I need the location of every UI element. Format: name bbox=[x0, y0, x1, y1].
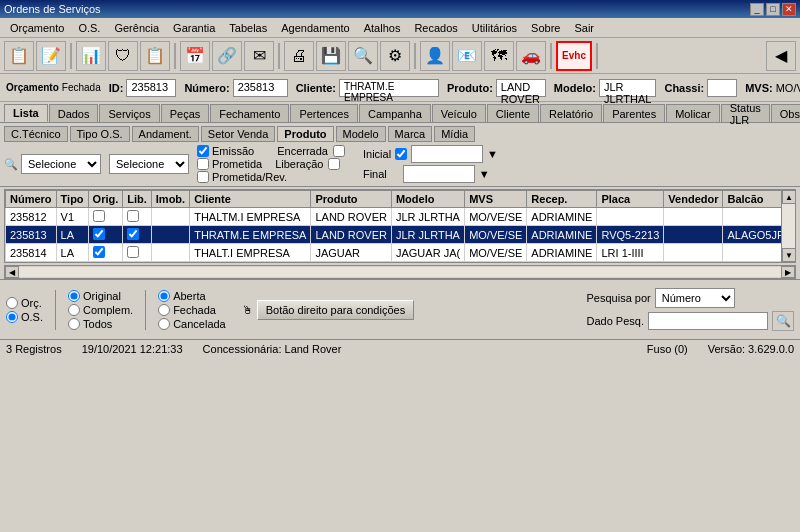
inicial-date[interactable]: 16/08/2021 bbox=[411, 145, 483, 163]
col-imob[interactable]: Imob. bbox=[151, 191, 189, 208]
toolbar-evhc[interactable]: Evhc bbox=[556, 41, 592, 71]
table-row[interactable]: 235814LATHALT.I EMPRESAJAGUARJAGUAR JA(M… bbox=[6, 244, 782, 262]
vertical-scrollbar[interactable]: ▲ ▼ bbox=[781, 190, 795, 262]
tab-relatrio[interactable]: Relatório bbox=[540, 104, 602, 122]
encerrada-checkbox[interactable] bbox=[333, 145, 345, 157]
table-row[interactable]: 235812V1THALTM.I EMPRESALAND ROVERJLR JL… bbox=[6, 208, 782, 226]
close-button[interactable]: ✕ bbox=[782, 3, 796, 16]
tab-servios[interactable]: Serviços bbox=[99, 104, 159, 122]
scroll-track[interactable] bbox=[782, 204, 795, 248]
toolbar-config[interactable]: ⚙ bbox=[380, 41, 410, 71]
col-vendedor[interactable]: Vendedor bbox=[664, 191, 723, 208]
col-orig[interactable]: Orig. bbox=[88, 191, 123, 208]
scroll-left-btn[interactable]: ◀ bbox=[5, 266, 19, 278]
original-radio[interactable] bbox=[68, 290, 80, 302]
toolbar-user[interactable]: 👤 bbox=[420, 41, 450, 71]
filter-tab-produto[interactable]: Produto bbox=[277, 126, 333, 142]
menu-sobre[interactable]: Sobre bbox=[525, 20, 566, 36]
prometida-rev-checkbox[interactable] bbox=[197, 171, 209, 183]
col-placa[interactable]: Placa bbox=[597, 191, 664, 208]
toolbar-gerencia[interactable]: 📊 bbox=[76, 41, 106, 71]
filter-tab-tipoos[interactable]: Tipo O.S. bbox=[70, 126, 130, 142]
tab-peas[interactable]: Peças bbox=[161, 104, 210, 122]
scroll-up-btn[interactable]: ▲ bbox=[782, 190, 796, 204]
toolbar-os[interactable]: 📝 bbox=[36, 41, 66, 71]
col-cliente[interactable]: Cliente bbox=[190, 191, 311, 208]
filter-tab-andament[interactable]: Andament. bbox=[132, 126, 199, 142]
horizontal-scrollbar[interactable]: ◀ ▶ bbox=[4, 265, 796, 279]
liberacao-checkbox[interactable] bbox=[328, 158, 340, 170]
tab-veculo[interactable]: Veículo bbox=[432, 104, 486, 122]
maximize-button[interactable]: □ bbox=[766, 3, 780, 16]
emissao-checkbox[interactable] bbox=[197, 145, 209, 157]
inicial-checkbox[interactable] bbox=[395, 148, 407, 160]
final-date[interactable]: 16/07/2021 bbox=[403, 165, 475, 183]
col-nmero[interactable]: Número bbox=[6, 191, 57, 208]
tab-obsinternacrm[interactable]: Obs.Interna/CRM bbox=[771, 104, 800, 122]
col-tipo[interactable]: Tipo bbox=[56, 191, 88, 208]
menu-os[interactable]: O.S. bbox=[72, 20, 106, 36]
search-go-btn[interactable]: 🔍 bbox=[772, 311, 794, 331]
scroll-right-btn[interactable]: ▶ bbox=[781, 266, 795, 278]
todos-radio[interactable] bbox=[68, 318, 80, 330]
menu-utilitarios[interactable]: Utilitários bbox=[466, 20, 523, 36]
aberta-radio[interactable] bbox=[158, 290, 170, 302]
menu-tabelas[interactable]: Tabelas bbox=[223, 20, 273, 36]
os-radio[interactable] bbox=[6, 311, 18, 323]
menu-garantia[interactable]: Garantia bbox=[167, 20, 221, 36]
tab-pertences[interactable]: Pertences bbox=[290, 104, 358, 122]
toolbar-search[interactable]: 🔍 bbox=[348, 41, 378, 71]
menu-orcamento[interactable]: Orçamento bbox=[4, 20, 70, 36]
toolbar-map[interactable]: 🗺 bbox=[484, 41, 514, 71]
tab-molicar[interactable]: Molicar bbox=[666, 104, 719, 122]
col-lib[interactable]: Lib. bbox=[123, 191, 152, 208]
toolbar-tabelas[interactable]: 📋 bbox=[140, 41, 170, 71]
toolbar-agend[interactable]: 📅 bbox=[180, 41, 210, 71]
tab-lista[interactable]: Lista bbox=[4, 104, 48, 122]
col-mvs[interactable]: MVS bbox=[465, 191, 527, 208]
toolbar-car[interactable]: 🚗 bbox=[516, 41, 546, 71]
toolbar-print[interactable]: 🖨 bbox=[284, 41, 314, 71]
toolbar-arrow[interactable]: ◀ bbox=[766, 41, 796, 71]
menu-gerencia[interactable]: Gerência bbox=[108, 20, 165, 36]
tab-dados[interactable]: Dados bbox=[49, 104, 99, 122]
filter-tab-mdia[interactable]: Mídia bbox=[434, 126, 475, 142]
search-by-select[interactable]: Número bbox=[655, 288, 735, 308]
orc-radio[interactable] bbox=[6, 297, 18, 309]
tab-campanha[interactable]: Campanha bbox=[359, 104, 431, 122]
toolbar-email[interactable]: 📧 bbox=[452, 41, 482, 71]
filter-tab-modelo[interactable]: Modelo bbox=[336, 126, 386, 142]
toolbar-garantia[interactable]: 🛡 bbox=[108, 41, 138, 71]
toolbar-recados[interactable]: ✉ bbox=[244, 41, 274, 71]
filter-tab-ctcnico[interactable]: C.Técnico bbox=[4, 126, 68, 142]
selecione1-select[interactable]: Selecione bbox=[21, 154, 101, 174]
dado-pesq-input[interactable] bbox=[648, 312, 768, 330]
h-scroll-track[interactable] bbox=[19, 267, 781, 277]
menu-sair[interactable]: Sair bbox=[568, 20, 600, 36]
tab-statusjlr[interactable]: Status JLR bbox=[721, 104, 770, 122]
selecione2-select[interactable]: Selecione bbox=[109, 154, 189, 174]
toolbar-orcamento[interactable]: 📋 bbox=[4, 41, 34, 71]
complem-radio[interactable] bbox=[68, 304, 80, 316]
col-balco[interactable]: Balcão bbox=[723, 191, 781, 208]
col-recep[interactable]: Recep. bbox=[527, 191, 597, 208]
tab-cliente[interactable]: Cliente bbox=[487, 104, 539, 122]
tab-parentes[interactable]: Parentes bbox=[603, 104, 665, 122]
prometida-checkbox[interactable] bbox=[197, 158, 209, 170]
menu-agendamento[interactable]: Agendamento bbox=[275, 20, 356, 36]
minimize-button[interactable]: _ bbox=[750, 3, 764, 16]
table-wrapper[interactable]: NúmeroTipoOrig.Lib.Imob.ClienteProdutoMo… bbox=[5, 190, 781, 262]
tab-fechamento[interactable]: Fechamento bbox=[210, 104, 289, 122]
fechada-radio[interactable] bbox=[158, 304, 170, 316]
filter-tab-setorvenda[interactable]: Setor Venda bbox=[201, 126, 276, 142]
toolbar-atalhos[interactable]: 🔗 bbox=[212, 41, 242, 71]
menu-atalhos[interactable]: Atalhos bbox=[358, 20, 407, 36]
col-produto[interactable]: Produto bbox=[311, 191, 392, 208]
scroll-down-btn[interactable]: ▼ bbox=[782, 248, 796, 262]
cancelada-radio[interactable] bbox=[158, 318, 170, 330]
table-row[interactable]: 235813LATHRATM.E EMPRESALAND ROVERJLR JL… bbox=[6, 226, 782, 244]
menu-recados[interactable]: Recados bbox=[408, 20, 463, 36]
col-modelo[interactable]: Modelo bbox=[391, 191, 464, 208]
filter-tab-marca[interactable]: Marca bbox=[388, 126, 433, 142]
context-button[interactable]: Botão direito para condições bbox=[257, 300, 414, 320]
